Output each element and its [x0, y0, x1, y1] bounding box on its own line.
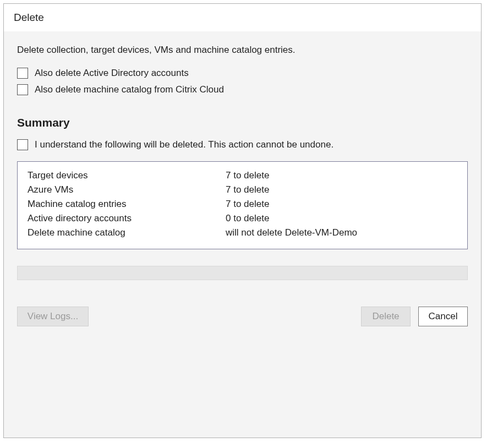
checkbox-confirm-understand[interactable]: I understand the following will be delet… — [17, 139, 468, 150]
summary-value: 7 to delete — [226, 184, 457, 195]
summary-value: will not delete Delete-VM-Demo — [226, 227, 457, 238]
summary-row: Target devices 7 to delete — [28, 168, 457, 183]
checkbox-delete-ad-accounts[interactable]: Also delete Active Directory accounts — [17, 68, 468, 79]
view-logs-button[interactable]: View Logs... — [17, 307, 89, 326]
summary-label: Azure VMs — [28, 184, 226, 195]
delete-dialog: Delete Delete collection, target devices… — [3, 3, 482, 438]
summary-table: Target devices 7 to delete Azure VMs 7 t… — [17, 161, 468, 249]
summary-value: 0 to delete — [226, 213, 457, 224]
summary-row: Machine catalog entries 7 to delete — [28, 197, 457, 211]
spacer — [96, 307, 353, 326]
dialog-button-row: View Logs... Delete Cancel — [17, 307, 468, 326]
checkbox-icon — [17, 84, 28, 95]
checkbox-icon — [17, 139, 28, 150]
delete-button[interactable]: Delete — [361, 307, 411, 326]
checkbox-delete-machine-catalog[interactable]: Also delete machine catalog from Citrix … — [17, 84, 468, 95]
progress-bar — [17, 266, 468, 280]
summary-label: Delete machine catalog — [28, 227, 226, 238]
summary-label: Target devices — [28, 170, 226, 181]
summary-value: 7 to delete — [226, 199, 457, 210]
dialog-content: Delete collection, target devices, VMs a… — [4, 31, 481, 438]
summary-label: Active directory accounts — [28, 213, 226, 224]
checkbox-icon — [17, 68, 28, 79]
summary-label: Machine catalog entries — [28, 199, 226, 210]
dialog-title: Delete — [4, 4, 481, 31]
summary-row: Azure VMs 7 to delete — [28, 183, 457, 197]
checkbox-label: I understand the following will be delet… — [35, 139, 334, 150]
summary-row: Delete machine catalog will not delete D… — [28, 226, 457, 240]
summary-row: Active directory accounts 0 to delete — [28, 211, 457, 226]
cancel-button[interactable]: Cancel — [418, 307, 468, 326]
checkbox-label: Also delete machine catalog from Citrix … — [35, 84, 224, 95]
checkbox-label: Also delete Active Directory accounts — [35, 68, 189, 79]
dialog-description: Delete collection, target devices, VMs a… — [17, 45, 468, 56]
summary-value: 7 to delete — [226, 170, 457, 181]
summary-heading: Summary — [17, 116, 468, 129]
